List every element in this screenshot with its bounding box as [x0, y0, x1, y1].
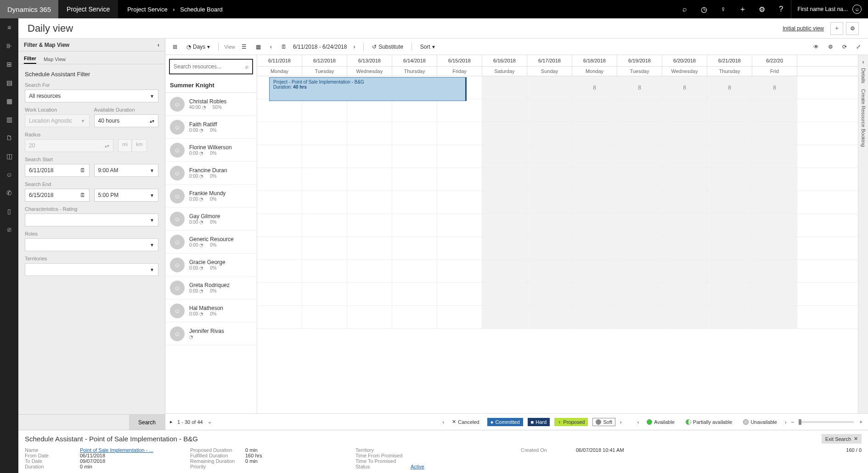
legend-hard[interactable]: ■ Hard	[528, 418, 550, 426]
calendar-cell[interactable]	[437, 122, 482, 145]
nav-item-6[interactable]: 🗋	[0, 129, 18, 147]
search-end-time[interactable]: 5:00 PM▼	[94, 189, 159, 202]
calendar-cell[interactable]: 8	[572, 76, 617, 99]
calendar-cell[interactable]	[527, 76, 572, 99]
legend-proposed[interactable]: ♀ Proposed	[554, 418, 588, 426]
details-tab[interactable]: Details	[861, 68, 866, 84]
calendar-cell[interactable]	[527, 122, 572, 145]
resource-row[interactable]: ☺Greta Rodriquez0:00 ◔0%	[165, 276, 257, 299]
resource-row[interactable]: ☺Gay Gilmore0:00 ◔0%	[165, 208, 257, 231]
sort-dropdown[interactable]: Sort ▾	[417, 41, 438, 52]
avail-next-icon[interactable]: ›	[785, 419, 787, 425]
calendar-cell[interactable]	[302, 168, 347, 191]
resource-row[interactable]: ☺Florine Wilkerson0:00 ◔0%	[165, 139, 257, 162]
calendar-cell[interactable]	[527, 168, 572, 191]
project-link[interactable]: Point of Sale Implementation - ...	[80, 447, 153, 453]
nav-menu-icon[interactable]: ≡	[0, 18, 18, 37]
search-for-select[interactable]: All resources▼	[25, 90, 158, 102]
calendar-cell[interactable]	[572, 237, 617, 259]
calendar-cell[interactable]	[617, 214, 662, 236]
calendar-cell[interactable]	[752, 168, 797, 191]
fullscreen-icon[interactable]: ⤢	[853, 41, 863, 52]
calendar-cell[interactable]	[572, 99, 617, 122]
calendar-cell[interactable]	[257, 283, 302, 305]
calendar-cell[interactable]	[347, 283, 392, 305]
calendar-cell[interactable]	[752, 145, 797, 168]
nav-item-7[interactable]: ◫	[0, 147, 18, 165]
legend-partial[interactable]: Partially available	[682, 418, 736, 426]
calendar-cell[interactable]	[482, 306, 527, 328]
gear-icon[interactable]: ⚙	[752, 0, 772, 18]
calendar-cell[interactable]	[572, 168, 617, 191]
calendar-cell[interactable]	[662, 237, 707, 259]
calendar-cell[interactable]	[302, 214, 347, 236]
crumb-2[interactable]: Schedule Board	[180, 6, 223, 13]
calendar-cell[interactable]	[482, 237, 527, 259]
available-duration-stepper[interactable]: 40 hours▴▾	[94, 114, 159, 127]
calendar-cell[interactable]	[572, 283, 617, 305]
calendar-cell[interactable]	[437, 99, 482, 122]
calendar-cell[interactable]	[347, 306, 392, 328]
calendar-cell[interactable]: 8	[752, 76, 797, 99]
nav-item-11[interactable]: ⎚	[0, 220, 18, 239]
calendar-cell[interactable]	[752, 214, 797, 236]
days-dropdown[interactable]: ◔ Days ▾	[184, 41, 213, 52]
brand[interactable]: Dynamics 365	[0, 0, 58, 18]
calendar-cell[interactable]	[617, 306, 662, 328]
calendar-cell[interactable]	[752, 99, 797, 122]
calendar-cell[interactable]	[437, 145, 482, 168]
page-down-icon[interactable]: ⌄	[208, 419, 212, 425]
calendar-icon[interactable]: 🗓	[278, 41, 289, 52]
nav-item-1[interactable]: ⊪	[0, 37, 18, 55]
nav-item-4[interactable]: ▦	[0, 92, 18, 110]
collapse-icon[interactable]: ‹	[158, 42, 159, 48]
calendar-cell[interactable]	[572, 306, 617, 328]
calendar-cell[interactable]	[257, 214, 302, 236]
avail-prev-icon[interactable]: ‹	[637, 419, 639, 425]
calendar-cell[interactable]	[392, 168, 437, 191]
refresh-icon[interactable]: ⟳	[840, 41, 850, 52]
zoom-slider[interactable]	[799, 421, 854, 423]
calendar-cell[interactable]	[482, 168, 527, 191]
calendar-cell[interactable]	[482, 76, 527, 99]
calendar-cell[interactable]	[617, 191, 662, 214]
calendar-cell[interactable]	[527, 237, 572, 259]
calendar-cell[interactable]	[572, 122, 617, 145]
calendar-cell[interactable]	[347, 168, 392, 191]
calendar-cell[interactable]	[752, 283, 797, 305]
legend-available[interactable]: Available	[643, 418, 677, 426]
calendar-cell[interactable]	[257, 237, 302, 259]
zoom-out-icon[interactable]: −	[791, 419, 794, 425]
calendar-cell[interactable]	[752, 191, 797, 214]
calendar-cell[interactable]	[662, 306, 707, 328]
calendar-cell[interactable]	[257, 168, 302, 191]
calendar-cell[interactable]	[527, 99, 572, 122]
calendar-cell[interactable]	[707, 260, 752, 282]
calendar-cell[interactable]	[437, 306, 482, 328]
resource-row[interactable]: ☺Hal Matheson0:00 ◔0%	[165, 299, 257, 322]
calendar-cell[interactable]	[662, 283, 707, 305]
calendar-cell[interactable]	[482, 260, 527, 282]
calendar-cell[interactable]	[572, 260, 617, 282]
calendar-cell[interactable]	[437, 191, 482, 214]
calendar-cell[interactable]	[707, 214, 752, 236]
nav-item-2[interactable]: ⊞	[0, 55, 18, 73]
calendar-cell[interactable]	[752, 260, 797, 282]
search-start-date[interactable]: 6/11/2018🗓	[25, 164, 90, 177]
calendar-cell[interactable]	[662, 145, 707, 168]
calendar-cell[interactable]	[482, 283, 527, 305]
calendar-cell[interactable]	[347, 191, 392, 214]
calendar-cell[interactable]	[707, 99, 752, 122]
characteristics-select[interactable]: ▼	[25, 214, 158, 226]
calendar-cell[interactable]	[662, 99, 707, 122]
calendar-cell[interactable]	[707, 306, 752, 328]
calendar-cell[interactable]	[392, 145, 437, 168]
territories-select[interactable]: ▼	[25, 263, 158, 276]
nav-item-9[interactable]: ✆	[0, 184, 18, 202]
calendar-cell[interactable]	[257, 260, 302, 282]
add-icon[interactable]: ＋	[733, 0, 752, 18]
search-end-date[interactable]: 6/15/2018🗓	[25, 189, 90, 202]
calendar-cell[interactable]	[482, 99, 527, 122]
calendar-cell[interactable]	[437, 214, 482, 236]
search-start-time[interactable]: 9:00 AM▼	[94, 164, 159, 177]
